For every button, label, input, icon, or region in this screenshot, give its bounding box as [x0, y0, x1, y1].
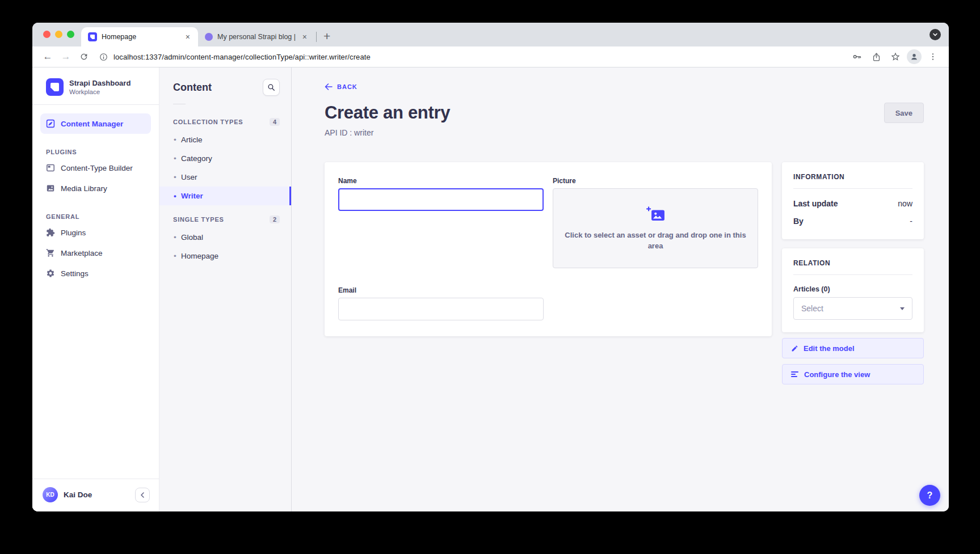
info-value: now: [898, 199, 912, 208]
subnav-divider: [173, 104, 186, 104]
puzzle-icon: [46, 228, 55, 237]
site-info-icon[interactable]: [99, 53, 108, 61]
content-subnav: Content COLLECTION TYPES 4 Article Categ…: [159, 67, 292, 511]
sidebar-section-general: GENERAL: [46, 213, 145, 220]
browser-menu-icon[interactable]: [925, 49, 941, 65]
help-button[interactable]: ?: [919, 485, 940, 506]
picture-field-group: Picture Click to select an asset or drag…: [553, 177, 758, 268]
tab-title: My personal Strapi blog | Strap: [217, 33, 296, 41]
sidebar-item-plugins[interactable]: Plugins: [32, 222, 159, 243]
window-controls: [43, 31, 74, 38]
articles-relation-label: Articles (0): [793, 285, 912, 293]
sidebar-section-plugins: PLUGINS: [46, 149, 145, 155]
blog-favicon-icon: [205, 33, 213, 41]
group-label-collection-types: COLLECTION TYPES: [173, 119, 243, 125]
strapi-admin-app: Strapi Dashboard Workplace Content Manag…: [32, 67, 949, 511]
picture-upload-dropzone[interactable]: Click to select an asset or drag and dro…: [553, 188, 758, 268]
subnav-item-homepage[interactable]: Homepage: [159, 247, 291, 265]
back-nav-icon[interactable]: ←: [40, 49, 55, 64]
picture-field-label: Picture: [553, 177, 758, 185]
reload-glyph-icon: [79, 52, 89, 61]
address-bar[interactable]: localhost:1337/admin/content-manager/col…: [95, 49, 846, 65]
password-key-icon[interactable]: [849, 49, 865, 65]
name-field-label: Name: [338, 177, 544, 185]
info-value: -: [910, 217, 912, 226]
back-link[interactable]: BACK: [325, 83, 357, 90]
email-field-group: Email: [338, 286, 544, 320]
information-title: INFORMATION: [793, 173, 912, 181]
window-zoom-button[interactable]: [67, 31, 74, 38]
page-title: Create an entry: [325, 103, 450, 123]
information-panel: INFORMATION Last update now By -: [782, 162, 924, 239]
reload-icon[interactable]: [77, 49, 91, 64]
sidebar-item-label: Content Manager: [61, 120, 123, 128]
email-input[interactable]: [338, 298, 544, 320]
window-minimize-button[interactable]: [55, 31, 62, 38]
window-close-button[interactable]: [43, 31, 51, 38]
tab-close-icon[interactable]: ×: [183, 32, 192, 42]
subnav-item-writer[interactable]: Writer: [159, 187, 291, 205]
pencil-icon: [791, 345, 798, 352]
info-row-last-update: Last update now: [793, 199, 912, 208]
create-entry-page: BACK Create an entry Save API ID : write…: [292, 67, 949, 511]
collapse-sidebar-button[interactable]: [135, 488, 150, 502]
subnav-item-global[interactable]: Global: [159, 228, 291, 247]
configure-view-button[interactable]: Configure the view: [782, 364, 924, 384]
chevron-down-icon: [900, 307, 905, 310]
info-row-by: By -: [793, 217, 912, 226]
url-text: localhost:1337/admin/content-manager/col…: [113, 53, 371, 61]
sidebar-item-label: Content-Type Builder: [61, 164, 133, 172]
tab-close-icon[interactable]: ×: [300, 32, 309, 42]
email-field-label: Email: [338, 286, 544, 294]
subnav-title: Content: [173, 82, 212, 94]
new-tab-button[interactable]: +: [318, 30, 337, 46]
edit-model-label: Edit the model: [804, 344, 855, 353]
sidebar-item-settings[interactable]: Settings: [32, 263, 159, 284]
chevron-left-icon: [140, 492, 145, 498]
api-id-subtitle: API ID : writer: [325, 128, 924, 137]
image-icon: [46, 184, 55, 193]
subnav-item-category[interactable]: Category: [159, 149, 291, 168]
sidebar-item-content-manager[interactable]: Content Manager: [40, 113, 151, 134]
tab-strapi-blog[interactable]: My personal Strapi blog | Strap ×: [198, 27, 315, 46]
sidebar-item-label: Marketplace: [61, 249, 103, 257]
subnav-item-article[interactable]: Article: [159, 130, 291, 149]
relation-title: RELATION: [793, 259, 912, 267]
browser-tab-strip: Homepage × My personal Strapi blog | Str…: [32, 23, 949, 46]
browser-profile-avatar[interactable]: [907, 49, 922, 64]
save-button[interactable]: Save: [884, 103, 924, 123]
cart-icon: [46, 248, 55, 257]
articles-relation-select[interactable]: Select: [793, 297, 912, 320]
select-placeholder: Select: [801, 304, 823, 313]
forward-nav-icon[interactable]: →: [58, 49, 73, 64]
user-avatar: KD: [43, 487, 58, 502]
share-icon[interactable]: [868, 49, 884, 65]
name-input[interactable]: [338, 188, 544, 211]
bookmark-star-icon[interactable]: [888, 49, 903, 65]
user-row: KD Kai Doe: [32, 479, 159, 511]
tab-search-button[interactable]: [929, 29, 941, 40]
configure-lines-icon: [791, 371, 799, 378]
workspace-title: Strapi Dashboard: [69, 79, 131, 87]
info-label: Last update: [793, 199, 838, 208]
sidebar-item-media-library[interactable]: Media Library: [32, 178, 159, 198]
edit-model-button[interactable]: Edit the model: [782, 338, 924, 358]
subnav-item-user[interactable]: User: [159, 168, 291, 187]
chevron-down-icon: [932, 32, 938, 37]
workspace-subtitle: Workplace: [69, 88, 131, 95]
main-sidebar: Strapi Dashboard Workplace Content Manag…: [32, 67, 159, 511]
add-image-icon: [645, 205, 666, 223]
tab-homepage[interactable]: Homepage ×: [81, 27, 198, 46]
sidebar-item-label: Plugins: [61, 229, 86, 237]
sidebar-item-marketplace[interactable]: Marketplace: [32, 243, 159, 263]
search-button[interactable]: [263, 79, 280, 96]
tab-separator: [316, 32, 317, 42]
search-icon: [267, 83, 275, 91]
info-label: By: [793, 217, 804, 226]
workspace-header: Strapi Dashboard Workplace: [32, 67, 159, 105]
name-field-group: Name: [338, 177, 544, 268]
sidebar-item-content-type-builder[interactable]: Content-Type Builder: [32, 158, 159, 178]
strapi-favicon-icon: [88, 32, 97, 41]
group-label-single-types: SINGLE TYPES: [173, 216, 224, 223]
group-count-badge: 2: [270, 215, 280, 223]
